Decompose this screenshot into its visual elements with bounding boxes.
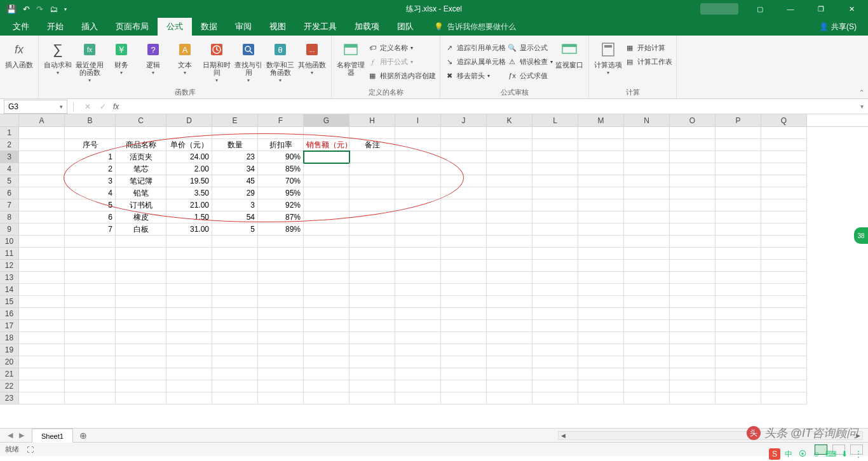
cell-K9[interactable] (487, 224, 532, 236)
cell-N8[interactable] (624, 211, 670, 224)
new-sheet-button[interactable]: ⊕ (73, 431, 93, 441)
column-header-B[interactable]: B (65, 114, 116, 126)
lookup-button[interactable]: 查找与引用▾ (233, 38, 264, 83)
cell-N19[interactable] (624, 344, 670, 356)
cell-E9[interactable]: 5 (212, 224, 258, 236)
cell-E6[interactable]: 29 (212, 187, 258, 199)
cell-A8[interactable] (19, 211, 65, 224)
column-header-P[interactable]: P (715, 114, 761, 126)
tell-me-search[interactable]: 💡 告诉我你想要做什么 (434, 22, 516, 32)
cell-N23[interactable] (624, 392, 670, 404)
column-header-N[interactable]: N (624, 114, 670, 126)
cell-B14[interactable] (65, 284, 116, 296)
cell-H15[interactable] (349, 296, 395, 308)
cell-F4[interactable]: 85% (258, 163, 304, 175)
cell-B15[interactable] (65, 296, 116, 308)
cell-F5[interactable]: 70% (258, 175, 304, 187)
cell-A2[interactable] (19, 139, 65, 151)
row-header-10[interactable]: 10 (0, 236, 19, 248)
cell-M7[interactable] (578, 199, 624, 211)
undo-icon[interactable]: ↶ (23, 4, 30, 14)
cell-Q6[interactable] (761, 187, 807, 199)
cell-A10[interactable] (19, 236, 65, 248)
cell-B13[interactable] (65, 272, 116, 284)
cell-K6[interactable] (487, 187, 532, 199)
cell-A3[interactable] (19, 151, 65, 163)
cell-B22[interactable] (65, 380, 116, 392)
cell-M9[interactable] (578, 224, 624, 236)
cell-C13[interactable] (116, 272, 166, 284)
cell-D10[interactable] (166, 236, 212, 248)
cell-G18[interactable] (304, 332, 349, 344)
cell-J22[interactable] (441, 380, 487, 392)
recent-button[interactable]: fx最近使用的函数▾ (74, 38, 105, 83)
cell-O22[interactable] (670, 380, 715, 392)
cell-A4[interactable] (19, 163, 65, 175)
cell-M16[interactable] (578, 308, 624, 320)
cell-K7[interactable] (487, 199, 532, 211)
cell-I16[interactable] (395, 308, 441, 320)
cell-I10[interactable] (395, 236, 441, 248)
cell-O23[interactable] (670, 392, 715, 404)
cell-A12[interactable] (19, 260, 65, 272)
cell-Q14[interactable] (761, 284, 807, 296)
cell-N11[interactable] (624, 248, 670, 260)
cell-P15[interactable] (715, 296, 761, 308)
enter-formula-icon[interactable]: ✓ (95, 102, 111, 111)
cell-J14[interactable] (441, 284, 487, 296)
cell-E1[interactable] (212, 127, 258, 139)
cell-Q13[interactable] (761, 272, 807, 284)
formula-input[interactable] (121, 100, 855, 114)
cell-N1[interactable] (624, 127, 670, 139)
name-manager-button[interactable]: 名称管理器 (336, 38, 366, 76)
cell-L14[interactable] (532, 284, 578, 296)
cell-O9[interactable] (670, 224, 715, 236)
cell-H2[interactable]: 备注 (349, 139, 395, 151)
cell-G13[interactable] (304, 272, 349, 284)
cell-E21[interactable] (212, 368, 258, 380)
cell-K2[interactable] (487, 139, 532, 151)
cell-F9[interactable]: 89% (258, 224, 304, 236)
cell-J7[interactable] (441, 199, 487, 211)
cell-I17[interactable] (395, 320, 441, 332)
cell-N7[interactable] (624, 199, 670, 211)
cell-I19[interactable] (395, 344, 441, 356)
cell-N3[interactable] (624, 151, 670, 163)
cell-B3[interactable]: 1 (65, 151, 116, 163)
tab-team[interactable]: 团队 (388, 18, 423, 36)
cell-K4[interactable] (487, 163, 532, 175)
cell-B5[interactable]: 3 (65, 175, 116, 187)
cell-Q22[interactable] (761, 380, 807, 392)
cell-N5[interactable] (624, 175, 670, 187)
cell-O5[interactable] (670, 175, 715, 187)
cell-P18[interactable] (715, 332, 761, 344)
cell-H23[interactable] (349, 392, 395, 404)
cell-L9[interactable] (532, 224, 578, 236)
cell-D7[interactable]: 21.00 (166, 199, 212, 211)
cell-L5[interactable] (532, 175, 578, 187)
cell-O12[interactable] (670, 260, 715, 272)
cell-C21[interactable] (116, 368, 166, 380)
cell-P2[interactable] (715, 139, 761, 151)
cell-M23[interactable] (578, 392, 624, 404)
cell-F20[interactable] (258, 356, 304, 368)
trace-precedents-button[interactable]: ↗追踪引用单元格 (444, 41, 506, 55)
tab-insert[interactable]: 插入 (72, 18, 107, 36)
cell-Q2[interactable] (761, 139, 807, 151)
tray-icon-more[interactable]: ⋮ (853, 448, 864, 460)
cell-P14[interactable] (715, 284, 761, 296)
cell-D19[interactable] (166, 344, 212, 356)
cell-B4[interactable]: 2 (65, 163, 116, 175)
cell-G11[interactable] (304, 248, 349, 260)
cell-G3[interactable] (304, 151, 349, 163)
cell-N4[interactable] (624, 163, 670, 175)
cell-J8[interactable] (441, 211, 487, 224)
column-header-D[interactable]: D (166, 114, 212, 126)
cell-L8[interactable] (532, 211, 578, 224)
cell-E8[interactable]: 54 (212, 211, 258, 224)
cell-N17[interactable] (624, 320, 670, 332)
cell-C3[interactable]: 活页夹 (116, 151, 166, 163)
cell-I20[interactable] (395, 356, 441, 368)
cell-C4[interactable]: 笔芯 (116, 163, 166, 175)
cell-E16[interactable] (212, 308, 258, 320)
